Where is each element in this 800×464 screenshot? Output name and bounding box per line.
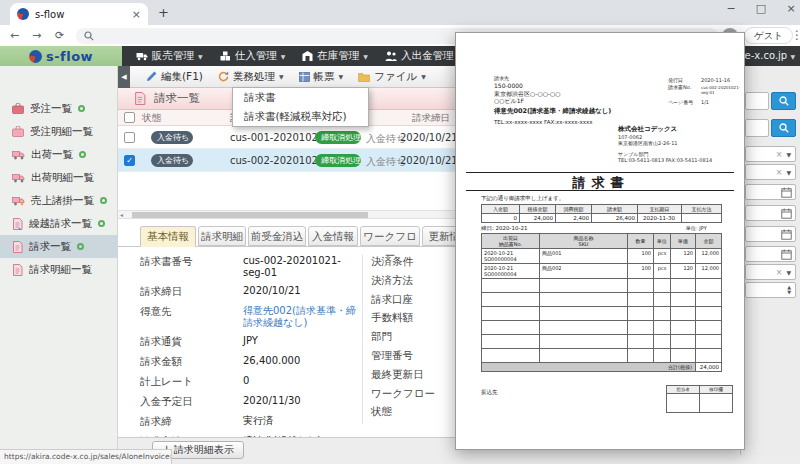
column-close-date[interactable]: 請求締日 [400,112,450,125]
row-checkbox[interactable]: ✓ [124,155,135,166]
window-maximize-button[interactable]: □ [748,2,774,15]
guest-profile-button[interactable]: ゲスト [744,27,793,44]
chevron-down-icon: ▼ [339,73,344,80]
browser-forward-button[interactable]: → [32,29,41,42]
sidebar-item-shipment-details[interactable]: 出荷明細一覧 [0,166,118,189]
invoice-issuer-tel: TEL:03-5411-0813 FAX:03-5411-0814 [618,157,712,163]
sidebar-collapse-button[interactable]: ◀ [118,66,130,88]
sidebar-item-shipments[interactable]: 出荷一覧 [0,143,118,166]
crates-icon [220,51,231,61]
nav-sales-management[interactable]: 販売管理 ▼ [136,49,203,63]
detail-form-right: 決済条件 決済方法 請求口座 手数料額 部門 管理番号 最終更新日 ワークフロー… [362,255,454,424]
scroll-left-icon[interactable]: ◂ [120,211,123,218]
refresh-icon [218,71,229,82]
tab-invoice-details[interactable]: 請求明細 [198,226,246,246]
invoice-issue-date: 2020-11-16 [701,77,730,83]
sidebar-item-invoice-details[interactable]: 請求明細一覧 [0,258,118,281]
clear-icon[interactable]: × [776,268,783,277]
edit-button[interactable]: 編集(F1) [146,70,203,84]
file-menu-button[interactable]: ファイル ▼ [358,70,426,84]
sidebar-item-orders[interactable]: 受注一覧 [0,97,118,120]
sflow-favicon-icon [17,8,29,20]
filter-date-input[interactable] [745,226,796,242]
invoice-page: 1/1 [701,99,709,105]
stepper-down-icon[interactable]: ▼ [787,290,791,295]
folder-icon [358,72,370,82]
clear-icon[interactable]: × [776,150,783,159]
calendar-icon [781,208,792,219]
tab-close-icon[interactable]: × [132,8,141,21]
filter-date-input[interactable] [745,205,796,221]
customer-link[interactable]: 得意先002(請求基準・締請求繰越なし) [243,305,358,329]
column-status[interactable]: 状態 [142,112,161,125]
invoice-recipient-zip: 150-0000 [494,82,523,89]
invoice-issue-date-label: 発行日 [668,77,683,83]
invoice-close-date-line: 締日: 2020-10-21 [481,225,528,232]
status-badge: 入金待ち [151,131,193,144]
field-admin-no: 管理番号 [371,349,454,368]
row-checkbox[interactable] [124,132,135,143]
tab-payment-info[interactable]: 入金情報 [308,226,358,246]
browser-menu-icon[interactable]: ⋮ [791,28,800,42]
browser-tabstrip: s-flow × + − □ × [0,0,800,25]
search-icon [779,96,789,106]
calendar-icon [781,249,792,260]
process-menu-button[interactable]: 業務処理 ▼ [218,70,284,84]
close-cancel-button[interactable]: 締取消処理 [315,131,361,144]
browser-back-button[interactable]: ← [10,29,19,42]
browser-tab[interactable]: s-flow × [10,3,148,25]
document-icon [134,92,146,105]
sflow-logo-icon [29,50,42,63]
menu-item-invoice-reduced-tax[interactable]: 請求書(軽減税率対応) [233,107,368,126]
close-cancel-button[interactable]: 締取消処理 [315,154,361,167]
chevron-down-icon: ▼ [363,53,368,60]
browser-reload-button[interactable]: ⟳ [55,29,64,42]
active-badge-icon [79,151,86,158]
filter-search-button[interactable] [771,119,796,137]
sidebar-item-order-details[interactable]: 受注明細一覧 [0,120,118,143]
window-minimize-button[interactable]: − [718,2,744,15]
report-menu-button[interactable]: 帳票 ▼ [299,70,344,84]
filter-search-button[interactable] [771,92,796,110]
invoice-empty-line [482,293,722,307]
window-close-button[interactable]: × [778,2,800,15]
sidebar-item-sales-charges[interactable]: 売上諸掛一覧 [0,189,118,212]
filter-date-input[interactable] [745,184,796,200]
field-status: 状態 [371,405,454,424]
invoice-line-1: 2020-10-21SO00000004 商品001 100 pcs 120 1… [482,249,722,264]
invoice-no-label: 請求書No. [668,84,691,90]
filter-dropdown[interactable]: ×▼ [745,164,796,180]
invoice-empty-line [482,349,722,363]
nav-inventory-management[interactable]: 在庫管理 ▼ [302,49,368,63]
invoice-bank-label: 振込先 [481,389,498,396]
scrollbar-thumb[interactable] [132,212,368,218]
active-badge-icon [98,220,105,227]
sidebar-item-carryover-invoices[interactable]: 繰越請求一覧 [0,212,118,235]
filter-number-stepper[interactable]: ▲▼ [745,282,796,298]
filter-search-input[interactable] [745,92,769,110]
sidebar-item-invoices[interactable]: 請求一覧 [0,235,118,258]
chevron-down-icon: ▼ [421,73,426,80]
filter-dropdown[interactable]: ×▼ [745,264,796,280]
calendar-icon [781,229,792,240]
field-close-date: 請求締日 2020/10/21 [140,285,358,299]
chevron-down-icon: ▼ [790,53,795,60]
app-logo[interactable]: s-flow [0,46,122,66]
invoice-recipient-tel: TEL:xx-xxxx-xxxx FAX:xx-xxxx-xxxx [494,119,593,125]
filter-date-input[interactable] [745,246,796,262]
select-all-checkbox[interactable] [124,112,135,123]
tab-workflow[interactable]: ワークフロー [360,226,420,246]
filter-search-input[interactable] [745,119,769,137]
field-settlement-terms: 決済条件 [371,255,454,274]
account-menu[interactable]: e-x.co.jp ▼ [745,50,795,61]
tab-basic-info[interactable]: 基本情報 [140,226,196,247]
filter-dropdown[interactable]: ×▼ [745,146,796,162]
tab-advance-clearing[interactable]: 前受金消込 [248,226,306,246]
new-tab-button[interactable]: + [158,5,169,20]
nav-purchase-management[interactable]: 仕入管理 ▼ [220,49,286,63]
nav-cashflow-management[interactable]: 入出金管理 ▼ [385,49,462,63]
menu-item-invoice[interactable]: 請求書 [233,88,368,107]
clear-icon[interactable]: × [776,168,783,177]
invoice-no-cell: cus-002-20201021-s [230,155,310,166]
warehouse-icon [302,51,313,61]
